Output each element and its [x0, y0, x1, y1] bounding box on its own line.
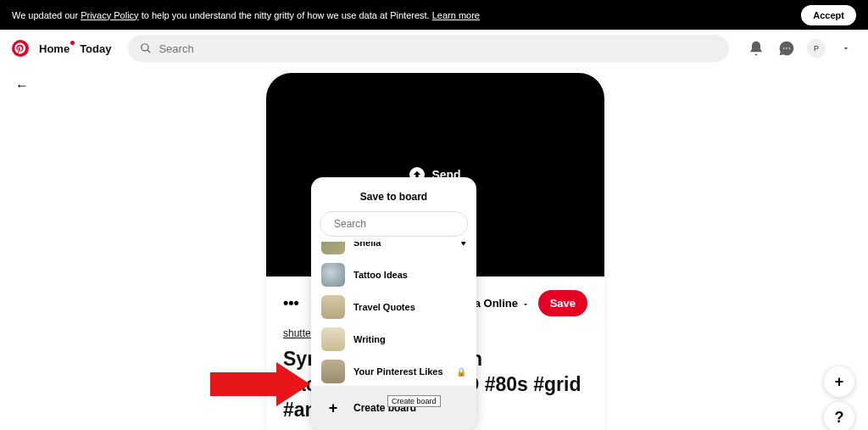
search-icon [140, 42, 152, 54]
privacy-policy-link[interactable]: Privacy Policy [81, 10, 138, 20]
pinterest-logo-icon[interactable] [12, 40, 29, 57]
plus-icon: + [321, 396, 345, 420]
save-to-board-dropdown: Save to board Shella♥ Tattoo Ideas Trave… [311, 177, 476, 430]
topbar: Home Today P [0, 30, 868, 67]
notifications-icon[interactable] [746, 38, 766, 59]
heart-icon: ♥ [461, 242, 466, 248]
board-item[interactable]: Shella♥ [311, 242, 476, 259]
board-item[interactable]: Travel Quotes [311, 291, 476, 323]
privacy-text: We updated our Privacy Policy to help yo… [12, 10, 480, 20]
notification-dot-icon [70, 41, 75, 45]
annotation-arrow [210, 372, 278, 396]
board-item[interactable]: Tattoo Ideas [311, 259, 476, 291]
search-input[interactable] [159, 42, 717, 55]
svg-point-2 [786, 47, 787, 49]
svg-point-1 [783, 47, 785, 49]
board-name: Your Pinterest Likes [353, 366, 443, 377]
board-item[interactable]: Writing [311, 323, 476, 355]
create-board-button[interactable]: + Create board [311, 386, 476, 430]
board-thumb [321, 263, 345, 287]
banner-prefix: We updated our [12, 10, 81, 20]
board-name: Shella [353, 242, 381, 248]
board-thumb [321, 360, 345, 383]
add-fab[interactable]: + [824, 366, 854, 397]
chevron-down-icon[interactable] [836, 38, 856, 59]
board-name: Writing [353, 334, 386, 344]
accept-button[interactable]: Accept [801, 5, 856, 25]
board-list[interactable]: Shella♥ Tattoo Ideas Travel Quotes Writi… [311, 242, 476, 386]
banner-mid: to help you understand the nitty gritty … [139, 10, 432, 20]
learn-more-link[interactable]: Learn more [432, 10, 480, 20]
profile-avatar[interactable]: P [807, 39, 826, 58]
create-board-tooltip: Create board [387, 395, 441, 407]
board-search[interactable] [320, 211, 468, 237]
board-thumb [321, 327, 345, 351]
privacy-banner: We updated our Privacy Policy to help yo… [0, 0, 868, 30]
svg-point-3 [789, 47, 791, 49]
search-bar[interactable] [128, 35, 729, 62]
messages-icon[interactable] [776, 38, 797, 59]
help-fab[interactable]: ? [824, 402, 854, 430]
nav-home[interactable]: Home [39, 42, 70, 55]
board-name: Travel Quotes [353, 302, 415, 312]
board-search-input[interactable] [334, 218, 461, 230]
board-name: Tattoo Ideas [353, 270, 408, 280]
board-item[interactable]: Your Pinterest Likes🔒 [311, 355, 476, 386]
dropdown-title: Save to board [311, 186, 476, 211]
save-button[interactable]: Save [538, 290, 587, 316]
board-thumb [321, 295, 345, 319]
back-button[interactable]: ← [15, 78, 29, 93]
board-thumb [321, 242, 345, 254]
lock-icon: 🔒 [456, 367, 466, 377]
more-icon[interactable]: ••• [283, 294, 299, 312]
nav-today[interactable]: Today [80, 42, 111, 55]
